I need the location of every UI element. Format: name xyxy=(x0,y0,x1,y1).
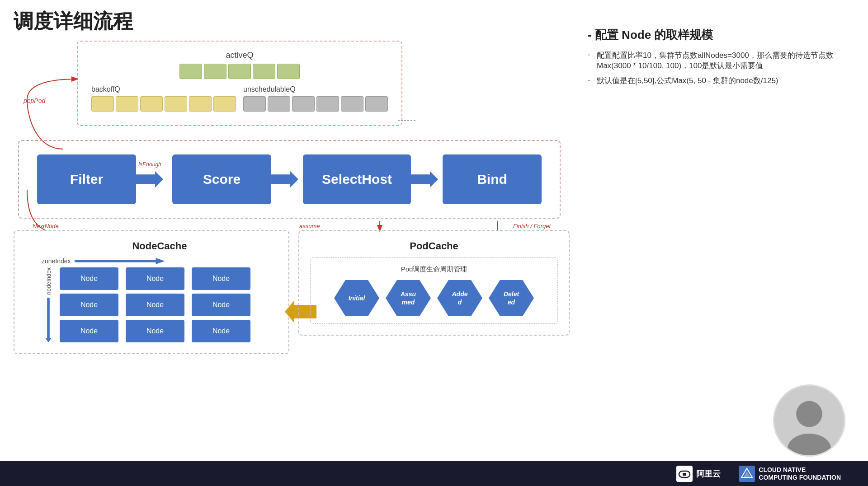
state-added: Added xyxy=(437,280,482,316)
node-box-1-1: Node xyxy=(60,267,118,290)
pop-pod-label: popPod xyxy=(24,97,45,104)
config-bullet-1: 配置配置比率10，集群节点数allNodes=3000，那么需要的待选节点数 M… xyxy=(588,50,841,71)
config-bullet-2: 默认值是在[5,50],公式Max(5, 50 - 集群的node数/125) xyxy=(588,75,841,86)
block-green-5 xyxy=(277,64,300,79)
is-enough-label: IsEnough xyxy=(138,161,161,168)
node-grid: Node Node Node Node Node Node Node Node … xyxy=(60,267,250,342)
node-col-3: Node Node Node xyxy=(192,267,250,342)
state-deleted: Deleted xyxy=(489,280,534,316)
unschedulableq-label: unschedulableQ xyxy=(243,85,296,93)
node-box-2-1: Node xyxy=(126,267,184,290)
block-yellow-5 xyxy=(189,96,212,112)
node-cache-area: NodeCache zoneIndex nodeIndex Node Node … xyxy=(14,230,289,354)
pipeline-area: Filter IsEnough Score SelectHost Bind Ne… xyxy=(18,140,561,219)
state-assumed: Assumed xyxy=(386,280,431,316)
node-box-1-2: Node xyxy=(60,294,118,316)
block-green-3 xyxy=(228,64,251,79)
block-gray-3 xyxy=(292,96,315,112)
activeq-blocks xyxy=(179,64,300,79)
selecthost-box: SelectHost xyxy=(303,154,411,204)
page-title: 调度详细流程 xyxy=(14,8,133,35)
unschedulableq: unschedulableQ xyxy=(243,85,388,112)
node-index-label: nodeIndex xyxy=(45,267,52,295)
block-yellow-6 xyxy=(213,96,236,112)
pod-cache-area: PodCache Pod调度生命周期管理 Initial Assumed Add… xyxy=(298,230,570,336)
block-green-4 xyxy=(253,64,275,79)
block-yellow-3 xyxy=(140,96,163,112)
svg-rect-4 xyxy=(683,473,686,476)
block-yellow-2 xyxy=(116,96,138,112)
queue-area: activeQ backoffQ unschedulableQ xyxy=(77,41,402,126)
block-green-1 xyxy=(179,64,202,79)
cncf-label: CLOUD NATIVE xyxy=(759,466,841,474)
block-yellow-1 xyxy=(91,96,114,112)
node-col-1: Node Node Node xyxy=(60,267,118,342)
node-box-2-2: Node xyxy=(126,294,184,316)
next-node-label: NextNode xyxy=(33,223,59,229)
activeq-label: activeQ xyxy=(91,51,388,60)
pod-cache-title: PodCache xyxy=(310,240,558,252)
node-col-2: Node Node Node xyxy=(126,267,184,342)
backoffq-blocks xyxy=(91,96,236,112)
lifecycle-row: Initial Assumed Added Deleted xyxy=(316,280,552,316)
node-box-3-2: Node xyxy=(192,294,250,316)
assume-label: assume xyxy=(299,223,320,229)
filter-box: Filter xyxy=(37,154,136,204)
node-box-2-3: Node xyxy=(126,320,184,342)
backoffq-label: backoffQ xyxy=(91,85,120,93)
ali-cloud-logo: 阿里云 xyxy=(676,466,721,482)
zone-index-label: zoneIndex xyxy=(42,257,278,265)
arrow-select-bind xyxy=(411,171,438,187)
score-box: Score xyxy=(172,154,271,204)
right-panel: - 配置 Node 的取样规模 配置配置比率10，集群节点数allNodes=3… xyxy=(588,27,841,90)
zone-arrow xyxy=(75,258,165,264)
activeq-row xyxy=(91,64,388,79)
arrow-filter-score xyxy=(136,171,163,187)
finish-label: Finish / Forget xyxy=(513,223,551,229)
sub-queues: backoffQ unschedulableQ xyxy=(91,85,388,112)
cncf-logo: CLOUD NATIVE COMPUTING FOUNDATION xyxy=(739,466,841,482)
node-box-3-3: Node xyxy=(192,320,250,342)
arrow-score-select xyxy=(271,171,298,187)
footer: 阿里云 CLOUD NATIVE COMPUTING FOUNDATION xyxy=(0,461,868,486)
cncf-icon xyxy=(739,466,755,482)
block-gray-4 xyxy=(316,96,339,112)
block-gray-2 xyxy=(268,96,290,112)
node-box-1-3: Node xyxy=(60,320,118,342)
cncf-sublabel: COMPUTING FOUNDATION xyxy=(759,474,841,481)
state-initial: Initial xyxy=(334,280,379,316)
avatar xyxy=(773,384,845,457)
unschedulableq-blocks xyxy=(243,96,388,112)
block-gray-5 xyxy=(341,96,363,112)
ali-cloud-label: 阿里云 xyxy=(696,468,721,479)
node-cache-title: NodeCache xyxy=(42,240,278,252)
svg-point-2 xyxy=(788,434,831,457)
block-gray-6 xyxy=(365,96,388,112)
node-box-3-1: Node xyxy=(192,267,250,290)
block-yellow-4 xyxy=(165,96,187,112)
block-gray-1 xyxy=(243,96,266,112)
block-green-2 xyxy=(204,64,226,79)
backoffq: backoffQ xyxy=(91,85,236,112)
config-title: - 配置 Node 的取样规模 xyxy=(588,27,841,43)
ali-icon xyxy=(676,466,693,482)
lifecycle-label: Pod调度生命周期管理 xyxy=(316,265,552,274)
bind-box: Bind xyxy=(443,154,542,204)
svg-point-1 xyxy=(796,401,822,427)
node-index-arrow xyxy=(45,298,52,342)
